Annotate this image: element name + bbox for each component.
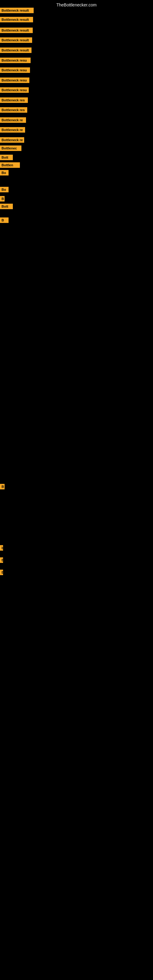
bottleneck-result-item: B xyxy=(0,196,5,202)
bottleneck-result-item: Bottleneck result xyxy=(0,48,32,53)
bottleneck-result-item: b xyxy=(0,545,3,550)
bottleneck-result-item: Bottleneck resu xyxy=(0,67,30,73)
bottleneck-result-item: B xyxy=(0,484,5,489)
bottleneck-result-item: Bottleneck re xyxy=(0,117,26,123)
bottleneck-result-item: Bottleneck res xyxy=(0,97,28,103)
bottleneck-result-item: Bott xyxy=(0,204,13,209)
bottleneck-result-item: Bottleneck re xyxy=(0,127,25,133)
bottleneck-result-item: Bottleneck result xyxy=(0,17,33,22)
bottleneck-result-item: B xyxy=(0,218,9,223)
bottleneck-result-item: Bottleneck res xyxy=(0,107,27,113)
bottleneck-result-item: Bo xyxy=(0,170,9,175)
bottleneck-result-item: Bottleneck resu xyxy=(0,87,29,93)
bottleneck-result-item: B xyxy=(0,557,3,563)
bottleneck-result-item: Bottleneck resu xyxy=(0,78,29,83)
bottleneck-result-item: Bottleneck resu xyxy=(0,57,30,63)
bottleneck-result-item: B xyxy=(0,570,3,575)
bottleneck-result-item: Bottlenec xyxy=(0,145,21,151)
bottleneck-result-item: Bottleneck result xyxy=(0,37,32,43)
bottleneck-result-item: Bottleneck result xyxy=(0,8,33,13)
bottleneck-result-item: Bottleneck re xyxy=(0,137,24,143)
bottleneck-result-item: Bo xyxy=(0,187,9,192)
bottleneck-result-item: Bottlen xyxy=(0,162,20,168)
bottleneck-result-item: Bottleneck result xyxy=(0,27,33,33)
bottleneck-result-item: Bott xyxy=(0,155,13,160)
